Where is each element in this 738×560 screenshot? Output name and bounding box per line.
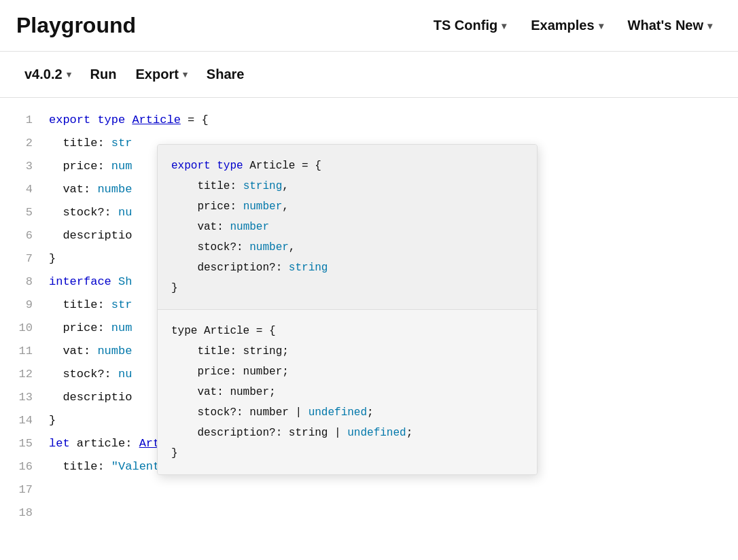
line-num-9: 9 <box>11 294 33 317</box>
editor-area: 1 2 3 4 5 6 7 8 9 10 11 12 13 14 15 16 1… <box>0 98 738 560</box>
line-num-12: 12 <box>11 363 33 386</box>
line-num-16: 16 <box>11 455 33 478</box>
run-button[interactable]: Run <box>82 61 125 88</box>
tooltip-s2-line-2: title: string; <box>171 341 523 362</box>
tooltip-section-1: export type Article = { title: string, p… <box>158 145 537 310</box>
line-num-10: 10 <box>11 317 33 340</box>
export-button[interactable]: Export ▾ <box>128 61 196 88</box>
tooltip-s1-line-5: stock?: number, <box>171 237 523 258</box>
toolbar: v4.0.2 ▾ Run Export ▾ Share <box>0 52 738 98</box>
whats-new-button[interactable]: What's New ▾ <box>618 12 722 39</box>
line-num-1: 1 <box>11 109 33 132</box>
version-chevron-icon: ▾ <box>67 69 71 80</box>
tooltip-popup: export type Article = { title: string, p… <box>157 144 538 475</box>
nav-right: TS Config ▾ Examples ▾ What's New ▾ <box>424 12 722 39</box>
line-num-6: 6 <box>11 224 33 247</box>
line-num-11: 11 <box>11 340 33 363</box>
run-label: Run <box>90 67 117 82</box>
tooltip-s2-line-1: type Article = { <box>171 321 523 341</box>
tooltip-s1-line-2: title: string, <box>171 176 523 196</box>
examples-label: Examples <box>531 18 594 33</box>
version-label: v4.0.2 <box>24 67 63 82</box>
share-label: Share <box>207 67 245 82</box>
whats-new-chevron-icon: ▾ <box>707 20 712 31</box>
tsconfig-chevron-icon: ▾ <box>502 20 506 31</box>
top-nav: Playground TS Config ▾ Examples ▾ What's… <box>0 0 738 52</box>
line-num-2: 2 <box>11 132 33 155</box>
line-num-15: 15 <box>11 432 33 455</box>
tooltip-s1-line-6: description?: string <box>171 258 523 278</box>
line-num-17: 17 <box>11 478 33 502</box>
line-num-13: 13 <box>11 386 33 409</box>
tooltip-s2-line-3: price: number; <box>171 362 523 382</box>
examples-chevron-icon: ▾ <box>599 20 603 31</box>
code-content[interactable]: export type Article = { title: str price… <box>38 98 738 560</box>
code-line-1: export type Article = { <box>49 109 738 132</box>
tooltip-s1-line-3: price: number, <box>171 196 523 217</box>
tooltip-s1-line-7: } <box>171 278 523 298</box>
export-chevron-icon: ▾ <box>183 69 188 80</box>
tooltip-s2-line-6: description?: string | undefined; <box>171 423 523 443</box>
line-num-4: 4 <box>11 178 33 201</box>
line-num-18: 18 <box>11 502 33 525</box>
tooltip-s2-line-7: } <box>171 443 523 463</box>
whats-new-label: What's New <box>628 18 703 33</box>
tsconfig-button[interactable]: TS Config ▾ <box>424 12 516 39</box>
line-num-3: 3 <box>11 155 33 178</box>
tooltip-s1-line-4: vat: number <box>171 217 523 237</box>
share-button[interactable]: Share <box>198 61 253 88</box>
line-numbers: 1 2 3 4 5 6 7 8 9 10 11 12 13 14 15 16 1… <box>0 98 38 560</box>
tooltip-s2-line-4: vat: number; <box>171 382 523 402</box>
line-num-14: 14 <box>11 409 33 432</box>
version-button[interactable]: v4.0.2 ▾ <box>16 61 80 88</box>
line-num-5: 5 <box>11 201 33 224</box>
export-label: Export <box>136 67 179 82</box>
line-num-7: 7 <box>11 247 33 270</box>
line-num-8: 8 <box>11 270 33 294</box>
tooltip-s2-line-5: stock?: number | undefined; <box>171 402 523 423</box>
tsconfig-label: TS Config <box>434 18 497 33</box>
tooltip-s1-line-1: export type Article = { <box>171 156 523 176</box>
tooltip-section-2: type Article = { title: string; price: n… <box>158 310 537 474</box>
app-title: Playground <box>16 13 136 38</box>
examples-button[interactable]: Examples ▾ <box>521 12 612 39</box>
